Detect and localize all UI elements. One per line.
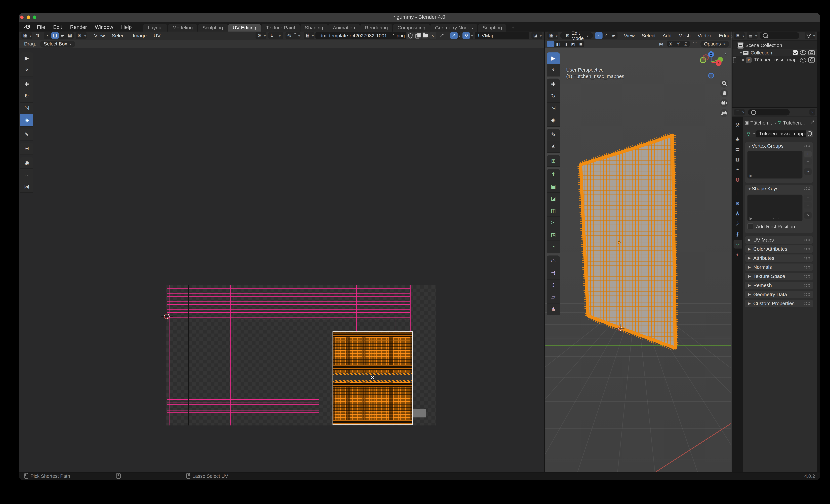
collapse-caret-icon[interactable]: ▼ [747,144,752,148]
menu-render[interactable]: Render [66,22,91,31]
title-bar[interactable]: * gummy - Blender 4.0 [19,12,820,22]
expand-caret-icon[interactable]: ▶ [741,58,746,62]
shape-keys-list[interactable]: ▶···· [747,195,803,221]
workspace-tab-scripting[interactable]: Scripting [478,24,507,31]
gizmo-minus-z-ball[interactable] [709,73,714,78]
properties-tab-scene[interactable]: ◓ [733,165,742,174]
mesh-name-field[interactable]: Tütchen_rissc_mappes [756,130,806,137]
live-unwrap-toggle[interactable]: ↗∨ [450,32,461,39]
tool-rotate[interactable]: ↻ [20,90,33,102]
tool-measure[interactable]: ∡ [547,140,560,153]
properties-tab-material[interactable]: ◐ [733,250,742,259]
workspace-tab-shading[interactable]: Shading [300,24,328,31]
workspace-tab-uv-editing[interactable]: UV Editing [228,24,261,31]
panel-collapsed-geometry-data[interactable]: ▶Geometry Data [745,291,813,298]
proportional-edit-3d-toggle[interactable]: ⌒ [691,40,699,47]
fake-user-shield-button[interactable] [806,130,813,137]
uv-menu-uv[interactable]: UV [150,33,164,38]
fake-user-shield-button[interactable] [407,32,414,39]
expand-caret-icon[interactable]: ▼ [739,51,743,55]
uv-menu-select[interactable]: Select [108,33,129,38]
tool-rotate[interactable]: ↻ [547,90,560,102]
tool-cursor-2d[interactable]: ⌖ [20,64,33,76]
hide-eye-icon[interactable] [800,57,806,62]
workspace-tab-texture-paint[interactable]: Texture Paint [261,24,300,31]
uv-select-vertex-button[interactable]: · [44,32,51,39]
pin-image-icon[interactable] [438,32,446,39]
open-image-button[interactable] [422,32,428,39]
tool-transform[interactable]: ◈ [547,115,560,126]
image-name-field[interactable]: idml-template-rf42027982-1001__1.png [315,32,406,39]
add-vertex-group-button[interactable]: + [804,151,811,157]
tool-pinch-brush[interactable]: ⋈ [20,181,33,193]
add-rest-position-checkbox[interactable] [747,223,753,229]
tool-inset-faces[interactable]: ▣ [547,181,560,193]
tool-smooth[interactable]: ◠ [547,255,560,267]
tool-relax-brush[interactable]: ≈ [20,169,33,181]
pivot-point-dropdown[interactable]: ⊙∨ [256,32,266,39]
pin-id-icon[interactable] [810,120,815,126]
outliner-row-collection[interactable]: ▼ Collection [732,49,817,56]
viewport-menu-add[interactable]: Add [659,33,675,38]
properties-tab-world[interactable]: ◍ [733,175,742,184]
sticky-selection-dropdown[interactable]: ⊡∨ [76,32,87,39]
panel-collapsed-remesh[interactable]: ▶Remesh [745,282,813,289]
mode-dropdown[interactable]: ⊡ Edit Mode∨ [560,32,593,39]
face-select-button[interactable]: ▰ [610,32,617,39]
list-resize-grip[interactable]: ···· [773,217,780,221]
panel-collapsed-normals[interactable]: ▶Normals [745,263,813,271]
tool-add-cube[interactable]: ⊞ [547,155,560,167]
panel-collapsed-uv-maps[interactable]: ▶UV Maps [745,236,813,243]
symmetry-x-toggle[interactable]: X [667,40,674,47]
tool-spin[interactable]: ◔ [547,241,560,253]
uv-canvas[interactable]: ✕ [19,48,544,472]
browse-mesh-dropdown[interactable]: ▽∨ [745,130,755,137]
uv-select-face-button[interactable]: ▰ [59,32,66,39]
tool-annotate[interactable]: ✎ [547,128,560,140]
edited-mesh-plane[interactable] [581,135,675,348]
snap-target-dropdown[interactable]: ∨ [276,32,283,39]
outliner-search-field[interactable] [760,32,799,39]
symmetry-y-toggle[interactable]: Y [674,40,682,47]
workspace-tab-layout[interactable]: Layout [143,24,167,31]
tool-grab-brush[interactable]: ◉ [20,157,33,169]
list-expand-caret[interactable]: ▶ [749,174,752,178]
panel-collapsed-attributes[interactable]: ▶Attributes [745,254,813,261]
tool-loop-cut[interactable]: ◫ [547,205,560,217]
select-subtract-button[interactable]: ◨ [562,40,569,47]
breadcrumb-object[interactable]: Tütchen... [750,120,772,125]
add-shape-key-button[interactable]: + [804,195,811,201]
new-image-button[interactable] [414,32,421,39]
uv-select-island-button[interactable]: ▩ [66,32,74,39]
vertex-groups-list[interactable]: ▶···· [747,151,803,179]
panel-grip-icon[interactable] [804,187,810,190]
tool-knife[interactable]: ✂ [547,217,560,229]
properties-tab-object[interactable]: □ [733,189,742,198]
properties-tab-render[interactable]: ◉ [733,135,742,143]
tool-shrink-fatten[interactable]: ⇕ [547,279,560,291]
workspace-tab-modeling[interactable]: Modeling [168,24,197,31]
select-difference-button[interactable]: ◩ [569,40,577,47]
tool-move[interactable]: ✚ [20,78,33,90]
disable-render-icon[interactable] [808,50,815,55]
viewport-menu-view[interactable]: View [620,33,638,38]
selected-uv-island[interactable]: ✕ [332,332,413,424]
viewport-menu-edge[interactable]: Edge [715,33,731,38]
workspace-tab-compositing[interactable]: Compositing [393,24,430,31]
uv-select-sync-mode-toggle[interactable]: ↻∨ [462,32,473,39]
workspace-tab-geometry-nodes[interactable]: Geometry Nodes [430,24,477,31]
remove-vertex-group-button[interactable]: − [804,158,811,164]
properties-tab-output[interactable]: ▤ [733,145,742,153]
properties-editor-type-dropdown[interactable]: ☰∨ [734,109,745,116]
properties-tab-tool[interactable]: ⚒ [733,121,742,129]
viewport-canvas[interactable]: User Perspective (1) Tütchen_rissc_mappe… [545,48,731,472]
remove-shape-key-button[interactable]: − [804,202,811,208]
panel-title[interactable]: Shape Keys [752,186,778,191]
tool-rip-region[interactable]: ⊟ [20,143,33,155]
properties-tab-modifiers[interactable]: ⚙ [733,199,742,208]
outliner-filter-mode-dropdown[interactable]: ▤∨ [747,32,758,39]
navigation-gizmo[interactable]: X Z [697,48,731,85]
symmetry-z-toggle[interactable]: Z [682,40,690,47]
select-intersect-button[interactable]: ▣ [577,40,584,47]
panel-collapsed-texture-space[interactable]: ▶Texture Space [745,273,813,280]
